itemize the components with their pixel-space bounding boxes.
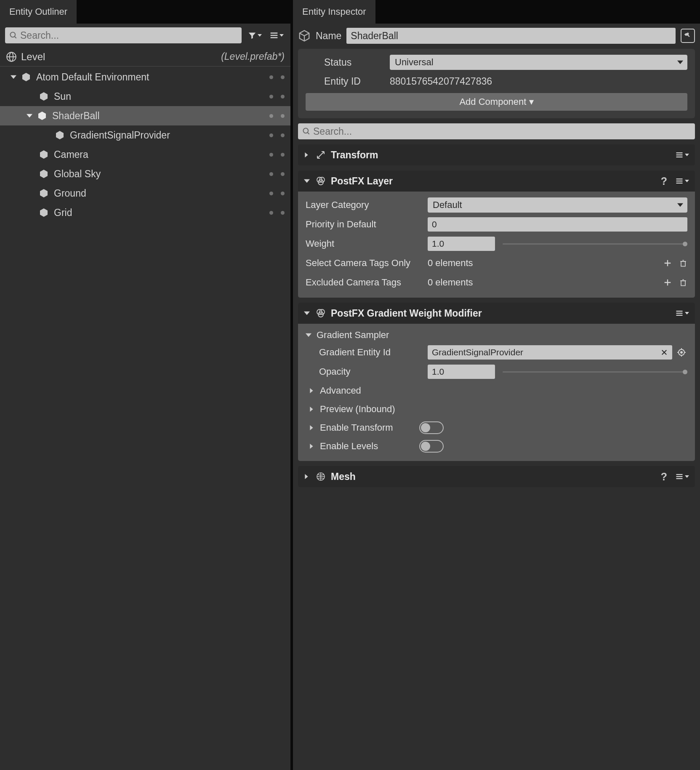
opacity-input[interactable] <box>428 365 495 379</box>
enable-levels-row: Enable Levels <box>306 439 687 453</box>
filter-icon <box>248 31 257 40</box>
name-label: Name <box>316 30 341 42</box>
target-button[interactable] <box>676 346 687 358</box>
tree-row-gradientsignalprovider[interactable]: GradientSignalProvider <box>0 125 290 145</box>
inspector-tab-bar: Entity Inspector <box>293 0 700 24</box>
svg-rect-45 <box>676 476 683 477</box>
tree-row-ground[interactable]: Ground <box>0 184 290 203</box>
pin-button[interactable] <box>681 29 695 43</box>
name-row: Name <box>298 28 695 44</box>
tree-row-camera[interactable]: Camera <box>0 145 290 164</box>
help-button[interactable]: ? <box>661 471 667 483</box>
outliner-tab-bar: Entity Outliner <box>0 0 290 24</box>
expand-caret-icon[interactable] <box>304 310 311 316</box>
add-component-button[interactable]: Add Component ▾ <box>306 93 687 111</box>
outliner-tab[interactable]: Entity Outliner <box>0 0 77 24</box>
layer-category-dropdown[interactable]: Default <box>428 197 687 213</box>
expand-caret-icon[interactable] <box>306 332 312 338</box>
priority-input[interactable] <box>428 217 687 232</box>
tree-row-grid[interactable]: Grid <box>0 203 290 222</box>
svg-rect-10 <box>676 152 683 153</box>
row-indicators <box>269 211 285 215</box>
postfx-icon <box>316 308 326 318</box>
component-header[interactable]: PostFX Gradient Weight Modifier <box>298 303 695 324</box>
status-row: Status Universal <box>306 55 687 70</box>
gradient-sampler-header[interactable]: Gradient Sampler <box>306 330 687 341</box>
opacity-label: Opacity <box>306 366 428 377</box>
component-mesh: Mesh ? <box>298 466 695 487</box>
component-header[interactable]: Transform <box>298 144 695 165</box>
expand-caret-icon[interactable] <box>304 178 311 184</box>
globe-icon <box>6 51 17 62</box>
entity-tree: Atom Default Environment Sun ShaderBall … <box>0 67 290 222</box>
layer-category-label: Layer Category <box>306 200 428 210</box>
component-menu-button[interactable] <box>675 309 689 317</box>
gradient-entity-input[interactable]: GradientSignalProvider <box>428 345 672 360</box>
component-header[interactable]: PostFX Layer ? <box>298 171 695 192</box>
enable-levels-label: Enable Levels <box>320 441 415 452</box>
clear-icon[interactable] <box>660 349 668 356</box>
add-icon[interactable] <box>663 258 672 268</box>
expand-caret-icon[interactable] <box>304 152 311 157</box>
help-button[interactable]: ? <box>661 175 667 187</box>
component-title: PostFX Layer <box>331 176 656 187</box>
postfx-icon <box>316 176 326 186</box>
row-indicators <box>269 172 285 176</box>
expand-caret-icon[interactable] <box>304 474 311 479</box>
component-menu-button[interactable] <box>675 473 689 480</box>
row-indicators <box>269 192 285 195</box>
excluded-tags-value: 0 elements <box>428 277 473 288</box>
svg-rect-21 <box>681 261 685 266</box>
component-header[interactable]: Mesh ? <box>298 466 695 487</box>
preview-row[interactable]: Preview (Inbound) <box>306 402 687 416</box>
entity-outliner-panel: Entity Outliner Level (Level.prefab*) At… <box>0 0 290 770</box>
entity-id-value: 8801576542077427836 <box>390 76 492 87</box>
enable-levels-toggle[interactable] <box>419 440 444 453</box>
weight-input[interactable] <box>428 237 495 251</box>
svg-point-0 <box>11 32 16 37</box>
tree-row-shaderball[interactable]: ShaderBall <box>0 106 290 125</box>
tree-row-atom-default-environment[interactable]: Atom Default Environment <box>0 67 290 87</box>
add-icon[interactable] <box>663 278 672 287</box>
level-label: Level <box>21 51 45 63</box>
cube-icon <box>39 169 49 179</box>
component-menu-button[interactable] <box>675 177 689 185</box>
weight-slider[interactable] <box>503 243 687 245</box>
svg-rect-12 <box>676 157 683 157</box>
component-menu-button[interactable] <box>675 151 689 159</box>
enable-transform-toggle[interactable] <box>419 421 444 434</box>
trash-icon[interactable] <box>679 278 687 287</box>
select-tags-value: 0 elements <box>428 258 473 269</box>
outliner-menu-button[interactable] <box>268 29 285 41</box>
tree-label: Ground <box>54 188 86 199</box>
trash-icon[interactable] <box>679 258 687 268</box>
tree-row-global-sky[interactable]: Global Sky <box>0 164 290 184</box>
advanced-label: Advanced <box>320 385 361 396</box>
gradient-sampler-label: Gradient Sampler <box>317 330 389 341</box>
expander-icon[interactable] <box>9 74 18 80</box>
outliner-search-input[interactable] <box>18 30 237 41</box>
component-title: Transform <box>331 149 670 161</box>
level-row[interactable]: Level (Level.prefab*) <box>0 47 290 67</box>
opacity-slider[interactable] <box>503 371 687 373</box>
inspector-search-input[interactable] <box>311 126 691 137</box>
expander-icon[interactable] <box>25 113 34 119</box>
cube-icon <box>39 91 49 101</box>
svg-point-38 <box>681 352 682 353</box>
cube-icon <box>37 111 47 121</box>
advanced-row[interactable]: Advanced <box>306 384 687 398</box>
filter-button[interactable] <box>246 29 263 42</box>
tree-label: Grid <box>54 207 72 218</box>
entity-id-row: Entity ID 8801576542077427836 <box>306 76 687 87</box>
tree-row-sun[interactable]: Sun <box>0 87 290 106</box>
weight-label: Weight <box>306 238 428 249</box>
entity-name-input[interactable] <box>346 28 676 44</box>
status-dropdown[interactable]: Universal <box>390 55 687 70</box>
pin-icon <box>684 32 692 40</box>
inspector-tab[interactable]: Entity Inspector <box>293 0 376 24</box>
tree-label: Global Sky <box>54 168 101 180</box>
svg-line-1 <box>15 37 16 38</box>
component-transform: Transform <box>298 144 695 165</box>
component-body: Gradient Sampler Gradient Entity Id Grad… <box>298 324 695 461</box>
excluded-tags-label: Excluded Camera Tags <box>306 277 428 288</box>
